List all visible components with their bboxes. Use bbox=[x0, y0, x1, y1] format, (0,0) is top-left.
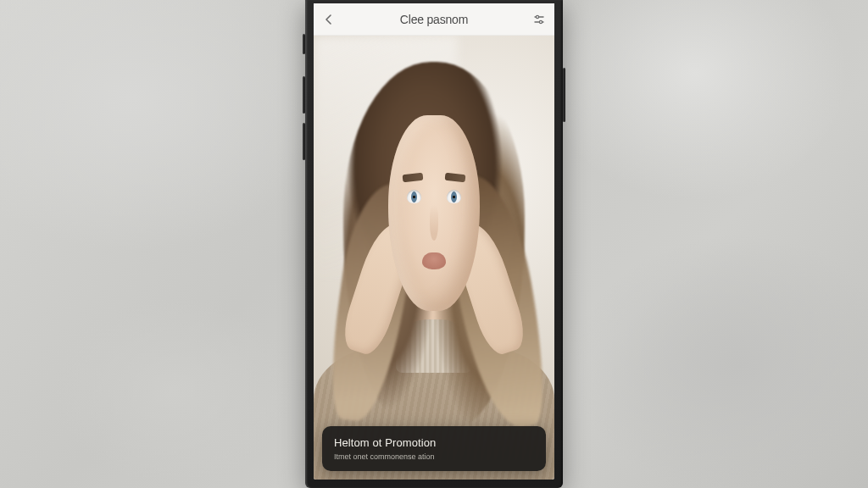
side-button bbox=[563, 68, 565, 122]
sliders-icon[interactable] bbox=[532, 13, 546, 26]
top-bar: Clee pasnom bbox=[314, 3, 554, 36]
svg-point-1 bbox=[536, 15, 538, 18]
phone-frame: Clee pasnom bbox=[305, 0, 563, 488]
svg-point-3 bbox=[539, 20, 542, 23]
caption-title: Heltom ot Promotion bbox=[334, 436, 534, 449]
side-button bbox=[303, 34, 305, 54]
back-icon[interactable] bbox=[322, 13, 336, 26]
side-button bbox=[303, 123, 305, 160]
app-screen: Clee pasnom bbox=[314, 3, 554, 480]
side-button bbox=[303, 76, 305, 114]
page-title: Clee pasnom bbox=[356, 13, 512, 26]
portrait-illustration bbox=[314, 36, 554, 480]
profile-photo[interactable]: Heltom ot Promotion Itmet onet commonens… bbox=[314, 36, 554, 480]
caption-subtitle: Itmet onet commonense ation bbox=[334, 452, 534, 461]
caption-card[interactable]: Heltom ot Promotion Itmet onet commonens… bbox=[322, 426, 546, 471]
